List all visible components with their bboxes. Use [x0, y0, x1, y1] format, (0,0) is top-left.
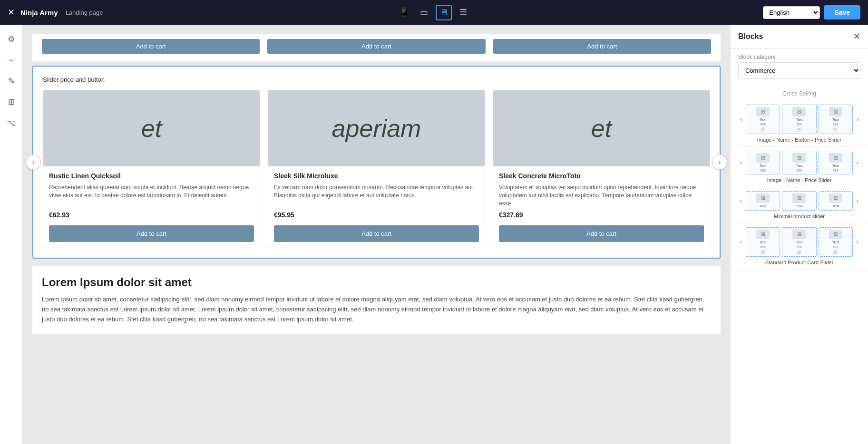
- slider-cards: et Rustic Linen Quicksoil Reprehenderit …: [43, 90, 710, 248]
- right-panel-content: Cross Selling ‹ 🖼 Text €€€ 🛒 🖼: [731, 85, 868, 444]
- block-slider-nav-left-1[interactable]: ‹: [738, 115, 744, 124]
- add-to-cart-top-3[interactable]: Add to cart: [493, 39, 711, 54]
- block-mini-card-1-3: 🖼 Text €€€ 🛒: [819, 105, 853, 134]
- product-desc-1: Reprehenderit alias quaerat cum soluta e…: [49, 183, 254, 207]
- block-mini-text-1-2: Text: [796, 117, 803, 122]
- block-mini-card-2-3: 🖼 Text €€€: [819, 151, 853, 174]
- block-mini-img-icon-4-1: 🖼: [756, 230, 770, 239]
- add-block-icon-btn[interactable]: ＋: [3, 51, 20, 68]
- block-mini-img-icon-3-1: 🖼: [756, 193, 770, 203]
- settings-icon-btn[interactable]: ⚙: [3, 30, 20, 48]
- add-to-cart-3[interactable]: Add to cart: [499, 225, 704, 242]
- slider-prev-btn[interactable]: ‹: [26, 154, 41, 170]
- block-mini-price-1-1: €€€: [760, 123, 766, 126]
- block-mini-text-1-1: Text: [760, 117, 767, 122]
- block-slider-nav-right-4[interactable]: ›: [855, 238, 860, 246]
- block-mini-img-icon-1-1: 🖼: [756, 107, 770, 116]
- block-slider-1: ‹ 🖼 Text €€€ 🛒 🖼 Text €€€ 🛒: [738, 105, 860, 134]
- product-desc-3: Voluptatem et voluptas vel sequi incidun…: [499, 183, 704, 207]
- block-slider-nav-left-2[interactable]: ‹: [738, 158, 744, 167]
- block-mini-card-2-1: 🖼 Text €€€: [746, 151, 780, 174]
- product-card-1: et Rustic Linen Quicksoil Reprehenderit …: [43, 90, 260, 248]
- block-item-1[interactable]: ‹ 🖼 Text €€€ 🛒 🖼 Text €€€ 🛒: [731, 101, 868, 147]
- block-slider-nav-right-1[interactable]: ›: [855, 115, 860, 124]
- tablet-view-btn[interactable]: ▭: [417, 5, 431, 19]
- product-info-2: Sleek Silk Microluxe Ex veniam nam dolor…: [268, 166, 485, 248]
- right-panel-title: Blocks: [738, 32, 763, 41]
- close-button[interactable]: ✕: [8, 7, 15, 18]
- main-canvas[interactable]: Add to cart Add to cart Add to cart Slid…: [23, 25, 730, 444]
- block-mini-img-icon-1-3: 🖼: [829, 107, 842, 116]
- block-item-name-3: Minimal product slider: [738, 213, 860, 219]
- share-icon-btn[interactable]: ⌥: [3, 114, 20, 131]
- save-button[interactable]: Save: [824, 5, 860, 19]
- block-mini-text-1-3: Text: [832, 117, 839, 122]
- add-to-cart-top-2[interactable]: Add to cart: [267, 39, 485, 54]
- block-category-select[interactable]: Commerce: [738, 62, 860, 79]
- top-card-2: Add to cart: [267, 39, 485, 54]
- block-item-name-1: Image - Name - Button - Price Slider: [738, 137, 860, 143]
- list-view-btn[interactable]: ☰: [457, 5, 470, 19]
- page-subtitle: Landing page: [66, 9, 103, 16]
- right-panel-header: Blocks ✕: [731, 25, 868, 49]
- block-item-name-2: Image - Name - Price Slider: [738, 177, 860, 183]
- block-mini-card-3-1: 🖼 Text: [746, 191, 780, 211]
- block-slider-nav-right-3[interactable]: ›: [855, 197, 860, 205]
- add-to-cart-top-1[interactable]: Add to cart: [42, 39, 260, 54]
- top-card-1: Add to cart: [42, 39, 260, 54]
- block-mini-price-2-3: €€€: [833, 169, 839, 172]
- slider-section: Slider price and button ‹ et Rustic Line…: [32, 66, 721, 259]
- mobile-view-btn[interactable]: 📱: [396, 5, 412, 19]
- product-card-2: aperiam Sleek Silk Microluxe Ex veniam n…: [268, 90, 485, 248]
- add-to-cart-1[interactable]: Add to cart: [49, 225, 254, 242]
- layers-icon-btn[interactable]: ⊞: [3, 93, 20, 110]
- block-mini-card-1-1: 🖼 Text €€€ 🛒: [746, 105, 780, 134]
- block-mini-text-3-3: Text: [832, 204, 839, 208]
- block-cards-row-2: 🖼 Text €€€ 🖼 Text €€€ 🖼 Text €€€: [746, 151, 853, 174]
- block-mini-price-4-2: €€€: [797, 245, 802, 249]
- block-item-4[interactable]: ‹ 🖼 Text €€€ 🛒 🖼 Text €€€ 🛒: [731, 223, 868, 270]
- block-mini-card-3-2: 🖼 Text: [782, 191, 816, 211]
- block-mini-text-4-1: Text: [760, 240, 767, 244]
- block-item-3[interactable]: ‹ 🖼 Text 🖼 Text 🖼 Text: [731, 187, 868, 223]
- product-desc-2: Ex veniam nam dolor praesentium nostrum.…: [274, 183, 479, 207]
- right-panel-close-btn[interactable]: ✕: [853, 31, 860, 42]
- edit-icon-btn[interactable]: ✎: [3, 72, 20, 89]
- block-mini-text-3-2: Text: [796, 204, 803, 208]
- block-mini-price-4-3: €€€: [833, 245, 839, 249]
- block-slider-nav-left-3[interactable]: ‹: [738, 197, 744, 205]
- slider-next-btn[interactable]: ›: [712, 154, 727, 170]
- block-mini-cart-icon-1-2: 🛒: [797, 127, 802, 132]
- block-slider-4: ‹ 🖼 Text €€€ 🛒 🖼 Text €€€ 🛒: [738, 227, 860, 257]
- language-select[interactable]: English: [763, 6, 820, 19]
- add-to-cart-2[interactable]: Add to cart: [274, 225, 479, 242]
- block-mini-text-4-3: Text: [832, 240, 839, 244]
- block-mini-price-1-3: €€€: [833, 123, 839, 126]
- block-mini-price-1-2: €€€: [797, 123, 802, 126]
- block-slider-nav-right-2[interactable]: ›: [855, 158, 860, 167]
- block-mini-img-icon-3-2: 🖼: [792, 193, 806, 203]
- text-heading: Lorem Ipsum dolor sit amet: [42, 276, 711, 289]
- block-mini-price-2-2: €€€: [797, 169, 802, 172]
- block-mini-text-3-1: Text: [760, 204, 767, 208]
- block-mini-img-icon-4-3: 🖼: [829, 230, 842, 239]
- block-mini-text-2-2: Text: [796, 164, 803, 168]
- product-card-3: et Sleek Concrete MicroToto Voluptatem e…: [493, 90, 710, 248]
- product-price-3: €327.69: [499, 211, 704, 219]
- product-name-2: Sleek Silk Microluxe: [274, 172, 479, 180]
- block-slider-nav-left-4[interactable]: ‹: [738, 238, 744, 246]
- product-name-1: Rustic Linen Quicksoil: [49, 172, 254, 180]
- block-mini-text-4-2: Text: [796, 240, 803, 244]
- block-slider-2: ‹ 🖼 Text €€€ 🖼 Text €€€: [738, 151, 860, 174]
- product-info-3: Sleek Concrete MicroToto Voluptatem et v…: [493, 166, 710, 248]
- block-cards-row-3: 🖼 Text 🖼 Text 🖼 Text: [746, 191, 853, 211]
- block-cards-row-4: 🖼 Text €€€ 🛒 🖼 Text €€€ 🛒 🖼: [746, 227, 853, 257]
- block-slider-3: ‹ 🖼 Text 🖼 Text 🖼 Text: [738, 191, 860, 211]
- product-name-3: Sleek Concrete MicroToto: [499, 172, 704, 180]
- block-mini-img-icon-2-3: 🖼: [829, 153, 842, 163]
- desktop-view-btn[interactable]: 🖥: [436, 5, 452, 20]
- block-item-2[interactable]: ‹ 🖼 Text €€€ 🖼 Text €€€: [731, 147, 868, 187]
- block-mini-text-2-1: Text: [760, 164, 767, 168]
- block-mini-text-2-3: Text: [832, 164, 839, 168]
- block-mini-cart-icon-4-2: 🛒: [797, 250, 802, 254]
